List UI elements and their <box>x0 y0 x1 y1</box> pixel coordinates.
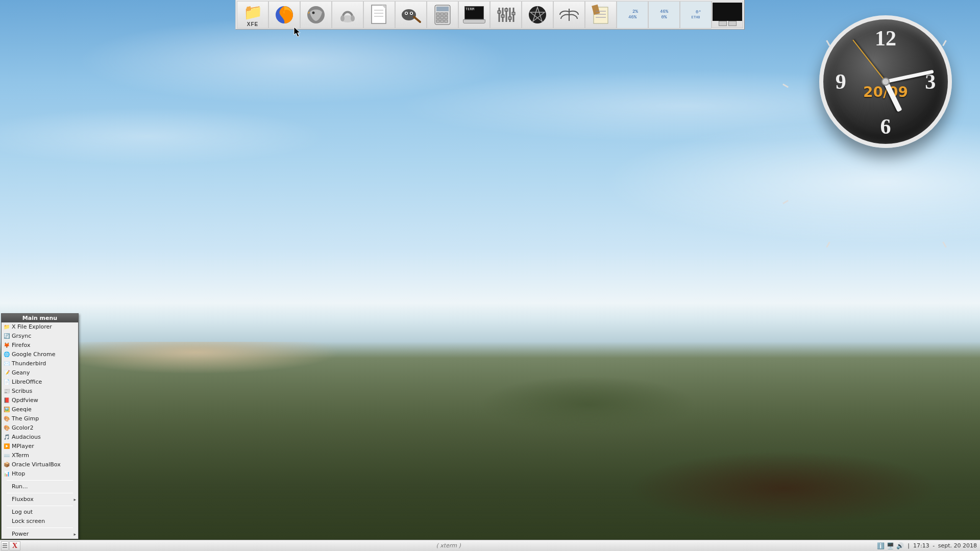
menu-item-icon: 🌐 <box>4 350 10 359</box>
folder-icon: 📁 <box>243 3 262 21</box>
net-monitor[interactable]: 0°ETH0 <box>680 1 712 29</box>
menu-item-icon: 🖼️ <box>4 406 10 414</box>
cpu-monitor-text2: 46% <box>628 15 636 20</box>
menu-item-icon: 🔄 <box>4 332 10 340</box>
workspace-1-button[interactable] <box>719 21 727 26</box>
document-icon <box>370 4 388 26</box>
submenu-arrow-icon: ▸ <box>74 495 76 504</box>
svg-rect-36 <box>512 12 515 15</box>
menu-item-grsync[interactable]: 🔄Grsync <box>2 332 78 341</box>
firefox-launcher[interactable] <box>268 1 300 29</box>
menu-item-oracle-virtualbox[interactable]: 📦Oracle VirtualBox <box>2 460 78 469</box>
menu-item-firefox[interactable]: 🦊Firefox <box>2 341 78 350</box>
menu-item-label: Google Chrome <box>12 350 55 359</box>
svg-rect-20 <box>445 13 448 15</box>
menu-item-x-file-explorer[interactable]: 📁X File Explorer <box>2 322 78 332</box>
svg-point-2 <box>312 12 315 14</box>
clock-numeral-6: 6 <box>880 114 891 139</box>
menu-item-label: Audacious <box>12 433 41 441</box>
mem-monitor[interactable]: 46%0% <box>648 1 680 29</box>
xfe-label: XFE <box>247 21 258 27</box>
menu-item-geeqie[interactable]: 🖼️Geeqie <box>2 405 78 414</box>
svg-point-4 <box>340 15 345 21</box>
firefox-icon <box>274 5 295 25</box>
wings-launcher[interactable] <box>553 1 585 29</box>
menu-item-lock-screen[interactable]: Lock screen <box>2 517 78 526</box>
menu-item-icon: 📦 <box>4 461 10 469</box>
menu-item-icon: 🎨 <box>4 415 10 423</box>
menu-item-audacious[interactable]: 🎵Audacious <box>2 433 78 442</box>
svg-point-13 <box>406 13 407 14</box>
terminal-launcher[interactable]: TERM <box>458 1 490 29</box>
xterm-taskbar-button[interactable]: X <box>9 541 20 550</box>
menu-item-gcolor2[interactable]: 🎨Gcolor2 <box>2 423 78 433</box>
menu-item-htop[interactable]: 📊Htop <box>2 469 78 479</box>
gimp-icon <box>400 5 422 25</box>
display-tray-icon[interactable]: 🖥️ <box>886 542 894 550</box>
menu-item-label: Fluxbox <box>12 495 34 504</box>
mem-monitor-text2: 0% <box>662 15 667 20</box>
svg-rect-35 <box>508 17 511 19</box>
menu-item-xterm[interactable]: ⌨️XTerm <box>2 451 78 460</box>
info-tray-icon[interactable]: ℹ️ <box>876 542 885 550</box>
menu-group-apps: 📁X File Explorer🔄Grsync🦊Firefox🌐Google C… <box>2 322 78 539</box>
xfe-launcher[interactable]: 📁 XFE <box>237 1 268 29</box>
libreoffice-launcher[interactable] <box>363 1 395 29</box>
menu-item-label: Qpdfview <box>12 396 38 405</box>
menu-item-run-[interactable]: Run... <box>2 482 78 491</box>
svg-rect-32 <box>498 11 501 13</box>
svg-point-5 <box>351 15 355 21</box>
menu-item-icon: ⌨️ <box>4 452 10 460</box>
menu-item-icon: 📕 <box>4 396 10 405</box>
menu-item-label: MPlayer <box>12 442 34 450</box>
clock-numeral-12: 12 <box>875 26 896 51</box>
calculator-icon <box>434 4 451 26</box>
tray-separator: | <box>908 542 910 549</box>
calculator-launcher[interactable] <box>427 1 458 29</box>
volume-tray-icon[interactable]: 🔊 <box>896 542 904 550</box>
svg-rect-24 <box>436 20 439 22</box>
clock-tick <box>942 40 947 46</box>
menu-item-label: Thunderbird <box>12 360 46 368</box>
thunderbird-launcher[interactable] <box>300 1 332 29</box>
audacious-launcher[interactable] <box>332 1 363 29</box>
menu-item-mplayer[interactable]: ▶️MPlayer <box>2 442 78 451</box>
menu-item-power[interactable]: Power▸ <box>2 530 78 539</box>
active-window-title[interactable]: ( xterm ) <box>20 542 876 549</box>
menu-item-google-chrome[interactable]: 🌐Google Chrome <box>2 350 78 359</box>
cpu-monitor-text: 2% <box>627 9 638 15</box>
menu-item-label: The Gimp <box>12 415 39 423</box>
cpu-monitor[interactable]: 2%46% <box>617 1 648 29</box>
equalizer-launcher[interactable] <box>490 1 522 29</box>
menu-item-icon: 📰 <box>4 387 10 395</box>
menu-item-label: Firefox <box>12 341 30 349</box>
menu-separator <box>7 528 73 528</box>
menu-item-icon: 🎵 <box>4 433 10 441</box>
menu-item-log-out[interactable]: Log out <box>2 508 78 517</box>
menu-item-label: Power <box>12 530 29 538</box>
menu-item-the-gimp[interactable]: 🎨The Gimp <box>2 414 78 423</box>
gimp-launcher[interactable] <box>395 1 427 29</box>
net-monitor-text2: ETH0 <box>692 15 700 19</box>
analog-clock-widget[interactable]: 12 3 6 9 20/09 <box>819 15 952 148</box>
clock-face: 12 3 6 9 20/09 <box>819 15 952 148</box>
clock-tick <box>826 40 830 46</box>
menu-item-label: Grsync <box>12 332 31 340</box>
occult-launcher[interactable] <box>522 1 553 29</box>
menu-item-fluxbox[interactable]: Fluxbox▸ <box>2 495 78 504</box>
menu-item-libreoffice[interactable]: 📄LibreOffice <box>2 378 78 387</box>
notes-launcher[interactable] <box>585 1 617 29</box>
menu-item-qpdfview[interactable]: 📕Qpdfview <box>2 396 78 405</box>
menu-item-geany[interactable]: 📝Geany <box>2 368 78 378</box>
menu-item-scribus[interactable]: 📰Scribus <box>2 387 78 396</box>
svg-rect-17 <box>436 7 449 11</box>
pentagram-icon <box>527 5 548 25</box>
menu-item-thunderbird[interactable]: ✉️Thunderbird <box>2 359 78 368</box>
menu-button[interactable] <box>1 541 9 550</box>
workspace-2-button[interactable] <box>728 21 737 26</box>
notes-icon <box>591 4 611 26</box>
menu-item-icon: 📊 <box>4 470 10 478</box>
svg-point-37 <box>529 6 546 23</box>
menu-item-label: XTerm <box>12 452 29 460</box>
workspace-pager[interactable] <box>712 1 743 28</box>
